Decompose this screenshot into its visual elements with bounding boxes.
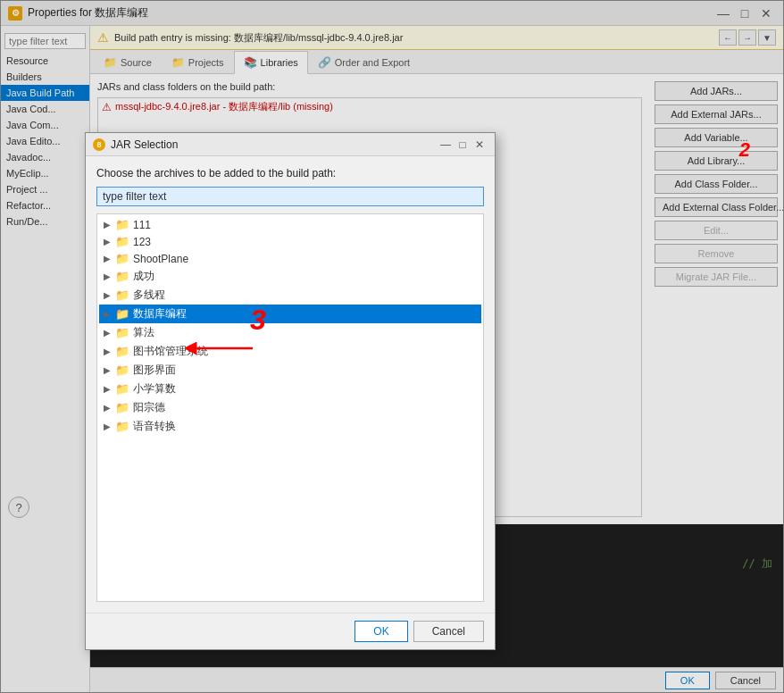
folder-icon-123: 📁 — [115, 235, 129, 248]
folder-icon-voice-convert: 📁 — [115, 420, 129, 433]
folder-icon-elementary-math: 📁 — [115, 382, 129, 396]
tree-expand-yangzongde: ▶ — [103, 403, 112, 413]
tree-expand-elementary-math: ▶ — [103, 384, 112, 394]
tree-item-algorithm[interactable]: ▶ 📁 算法 — [99, 323, 481, 342]
tree-label-yangzongde: 阳宗德 — [133, 400, 165, 415]
dialog-filter-input[interactable] — [96, 187, 484, 206]
folder-icon-library-system: 📁 — [115, 345, 129, 358]
folder-icon-algorithm: 📁 — [115, 326, 129, 339]
annotation-3: 3 — [250, 304, 266, 337]
dialog-close-button[interactable]: ✕ — [471, 137, 488, 153]
tree-item-library-system[interactable]: ▶ 📁 图书馆管理系统 — [99, 342, 481, 361]
dialog-tree: ▶ 📁 111 ▶ 📁 123 ▶ 📁 ShootPlane ▶ 📁 成功 ▶ — [96, 213, 484, 602]
tree-expand-111: ▶ — [103, 220, 112, 230]
tree-expand-123: ▶ — [103, 237, 112, 246]
dialog-description: Choose the archives to be added to the b… — [96, 167, 484, 180]
dialog-maximize-button[interactable]: □ — [455, 137, 471, 153]
tree-expand-multithreading: ▶ — [103, 290, 112, 300]
dialog-title-bar: 8 JAR Selection — □ ✕ — [86, 133, 495, 156]
dialog-footer: OK Cancel — [86, 613, 495, 649]
tree-label-database: 数据库编程 — [133, 306, 187, 321]
tree-expand-success: ▶ — [103, 271, 112, 281]
tree-label-voice-convert: 语音转换 — [133, 419, 176, 434]
tree-label-multithreading: 多线程 — [133, 288, 165, 303]
folder-icon-multithreading: 📁 — [115, 288, 129, 302]
tree-label-123: 123 — [133, 236, 151, 248]
tree-label-graphics: 图形界面 — [133, 363, 176, 378]
folder-icon-success: 📁 — [115, 270, 129, 283]
dialog-minimize-button[interactable]: — — [438, 137, 454, 153]
tree-label-shootplane: ShootPlane — [133, 253, 188, 265]
folder-icon-111: 📁 — [115, 218, 129, 231]
tree-expand-shootplane: ▶ — [103, 254, 112, 263]
tree-item-success[interactable]: ▶ 📁 成功 — [99, 267, 481, 286]
tree-item-yangzongde[interactable]: ▶ 📁 阳宗德 — [99, 398, 481, 417]
tree-label-success: 成功 — [133, 269, 154, 284]
dialog-title-text: JAR Selection — [111, 138, 178, 151]
tree-label-algorithm: 算法 — [133, 325, 154, 340]
dialog-ok-button[interactable]: OK — [354, 621, 407, 642]
tree-expand-graphics: ▶ — [103, 365, 112, 375]
tree-expand-algorithm: ▶ — [103, 328, 112, 338]
tree-item-123[interactable]: ▶ 📁 123 — [99, 233, 481, 250]
folder-icon-yangzongde: 📁 — [115, 401, 129, 414]
tree-item-graphics[interactable]: ▶ 📁 图形界面 — [99, 361, 481, 380]
folder-icon-database: 📁 — [115, 307, 129, 321]
tree-item-database[interactable]: ▶ 📁 数据库编程 — [99, 305, 481, 323]
annotation-2: 2 — [739, 138, 750, 162]
tree-label-elementary-math: 小学算数 — [133, 381, 176, 397]
dialog-title-left: 8 JAR Selection — [93, 138, 178, 151]
annotation-3-arrow — [186, 335, 257, 362]
folder-icon-graphics: 📁 — [115, 363, 129, 377]
tree-item-shootplane[interactable]: ▶ 📁 ShootPlane — [99, 250, 481, 267]
tree-label-111: 111 — [133, 219, 151, 231]
tree-item-111[interactable]: ▶ 📁 111 — [99, 216, 481, 233]
dialog-controls: — □ ✕ — [438, 137, 488, 153]
folder-icon-shootplane: 📁 — [115, 252, 129, 265]
tree-item-voice-convert[interactable]: ▶ 📁 语音转换 — [99, 417, 481, 436]
jar-selection-dialog: 8 JAR Selection — □ ✕ Choose the archive… — [85, 132, 496, 650]
tree-expand-voice-convert: ▶ — [103, 422, 112, 431]
dialog-body: Choose the archives to be added to the b… — [86, 156, 495, 613]
dialog-title-icon: 8 — [93, 138, 105, 151]
tree-item-multithreading[interactable]: ▶ 📁 多线程 — [99, 286, 481, 305]
dialog-cancel-button[interactable]: Cancel — [413, 621, 484, 642]
tree-item-elementary-math[interactable]: ▶ 📁 小学算数 — [99, 380, 481, 398]
tree-expand-database: ▶ — [103, 309, 112, 319]
tree-expand-library-system: ▶ — [103, 346, 112, 356]
